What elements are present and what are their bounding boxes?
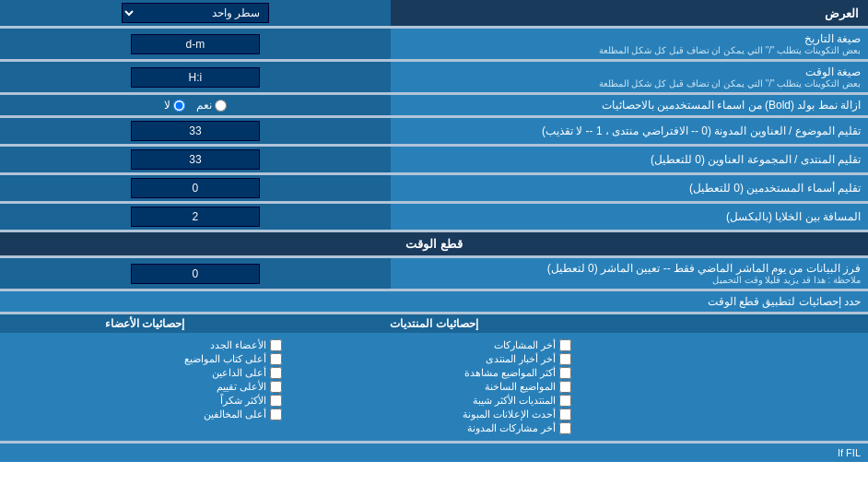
time-section-title: قطع الوقت — [0, 232, 868, 255]
bold-radio-cell: نعم لا — [0, 95, 391, 115]
date-format-input[interactable] — [131, 34, 260, 54]
time-format-input-cell — [0, 62, 391, 92]
apply-stats-row: حدد إحصائيات لتطبيق قطع الوقت — [0, 291, 868, 312]
if-fil-text: If FIL — [0, 444, 868, 462]
display-header-row: العرض سطر واحد — [0, 0, 868, 26]
stats-inner-table: إحصائيات المنتديات إحصائيات الأعضاء أخر … — [0, 314, 868, 441]
member-stat-5-label: الأكثر شكراً — [220, 395, 266, 407]
trim-users-input-cell — [0, 175, 391, 201]
bold-label: ازالة نمط بولد (Bold) من اسماء المستخدمي… — [391, 95, 868, 115]
time-format-label: صيغة الوقت بعض التكوينات يتطلب "/" التي … — [391, 62, 868, 92]
bold-row: ازالة نمط بولد (Bold) من اسماء المستخدمي… — [0, 95, 868, 115]
forum-stat-1-label: أخر المشاركات — [494, 339, 556, 351]
forum-stat-3-check[interactable] — [559, 367, 571, 379]
member-stat-6-check[interactable] — [270, 408, 282, 420]
trim-users-label: تقليم أسماء المستخدمين (0 للتعطيل) — [391, 175, 868, 201]
forum-stat-7-label: أخر مشاركات المدونة — [467, 422, 556, 434]
forum-stat-5-label: المنتديات الأكثر شيبة — [473, 395, 556, 407]
display-title: العرض — [391, 0, 868, 26]
cell-spacing-input-cell — [0, 204, 391, 230]
forum-stat-6-check[interactable] — [559, 408, 571, 420]
single-line-cell: سطر واحد — [0, 0, 391, 26]
trim-forum-label: تقليم المنتدى / المجموعة العناوين (0 للت… — [391, 147, 868, 172]
member-stat-5: الأكثر شكراً — [7, 395, 282, 407]
member-stat-3: أعلى الداعين — [7, 367, 282, 379]
trim-topic-row: تقليم الموضوع / العناوين المدونة (0 -- ا… — [0, 118, 868, 144]
member-stat-2-label: أعلى كتاب المواضيع — [184, 353, 266, 365]
bold-no-label[interactable]: لا — [164, 99, 185, 112]
forum-stat-3: أكثر المواضيع مشاهدة — [297, 367, 571, 379]
forum-stat-2-check[interactable] — [559, 353, 571, 365]
single-line-select[interactable]: سطر واحد — [122, 3, 269, 23]
time-filter-input-cell — [0, 258, 391, 289]
date-format-label: صيغة التاريخ بعض التكوينات يتطلب "/" الت… — [391, 29, 868, 59]
member-stat-4: الأعلى تقييم — [7, 381, 282, 393]
member-stat-3-label: أعلى الداعين — [212, 367, 266, 379]
member-stat-2: أعلى كتاب المواضيع — [7, 353, 282, 365]
trim-forum-row: تقليم المنتدى / المجموعة العناوين (0 للت… — [0, 147, 868, 172]
time-section-header-row: قطع الوقت — [0, 232, 868, 255]
forum-stat-2: أخر أخبار المنتدى — [297, 353, 571, 365]
forum-stats-title: إحصائيات المنتديات — [289, 314, 579, 333]
date-format-input-cell — [0, 29, 391, 59]
member-stat-6: أعلى المخالفين — [7, 408, 282, 420]
member-stat-4-label: الأعلى تقييم — [217, 381, 266, 393]
apply-col-header — [579, 314, 868, 333]
forum-stat-5-check[interactable] — [559, 395, 571, 407]
member-stat-1: الأعضاء الجدد — [7, 339, 282, 351]
forum-stat-2-label: أخر أخبار المنتدى — [486, 353, 556, 365]
forum-stat-4: المواضيع الساخنة — [297, 381, 571, 393]
forum-stats-items: أخر المشاركات أخر أخبار المنتدى أكثر الم… — [289, 333, 579, 441]
bold-no-radio[interactable] — [173, 100, 185, 112]
time-format-row: صيغة الوقت بعض التكوينات يتطلب "/" التي … — [0, 62, 868, 92]
bold-yes-radio[interactable] — [215, 100, 227, 112]
forum-stat-1: أخر المشاركات — [297, 339, 571, 351]
member-stat-4-check[interactable] — [270, 381, 282, 393]
stats-items-row: أخر المشاركات أخر أخبار المنتدى أكثر الم… — [0, 333, 868, 441]
time-filter-label: فرز البيانات من يوم الماشر الماضي فقط --… — [391, 258, 868, 289]
cell-spacing-row: المسافة بين الخلايا (بالبكسل) — [0, 204, 868, 230]
trim-topic-label: تقليم الموضوع / العناوين المدونة (0 -- ا… — [391, 118, 868, 144]
time-filter-input[interactable] — [131, 264, 260, 284]
bold-yes-label[interactable]: نعم — [196, 99, 227, 112]
time-filter-row: فرز البيانات من يوم الماشر الماضي فقط --… — [0, 258, 868, 289]
forum-stat-4-label: المواضيع الساخنة — [485, 381, 556, 393]
trim-topic-input-cell — [0, 118, 391, 144]
forum-stat-3-label: أكثر المواضيع مشاهدة — [464, 367, 556, 379]
stats-header-row: إحصائيات المنتديات إحصائيات الأعضاء — [0, 314, 868, 333]
time-format-input[interactable] — [131, 67, 260, 88]
forum-stat-7: أخر مشاركات المدونة — [297, 422, 571, 434]
stats-checkboxes-row: إحصائيات المنتديات إحصائيات الأعضاء أخر … — [0, 314, 868, 441]
forum-stat-6: أحدث الإعلانات المبونة — [297, 408, 571, 420]
forum-stat-1-check[interactable] — [559, 339, 571, 351]
member-stat-1-check[interactable] — [270, 339, 282, 351]
forum-stat-6-label: أحدث الإعلانات المبونة — [463, 408, 556, 420]
forum-stat-7-check[interactable] — [559, 422, 571, 434]
footer-row: If FIL — [0, 444, 868, 462]
member-stat-2-check[interactable] — [270, 353, 282, 365]
member-stat-5-check[interactable] — [270, 395, 282, 407]
member-stats-title: إحصائيات الأعضاء — [0, 314, 289, 333]
member-stat-1-label: الأعضاء الجدد — [210, 339, 266, 351]
forum-stat-4-check[interactable] — [559, 381, 571, 393]
main-table: العرض سطر واحد صيغة التاريخ بعض التكوينا… — [0, 0, 868, 462]
date-format-row: صيغة التاريخ بعض التكوينات يتطلب "/" الت… — [0, 29, 868, 59]
trim-users-input[interactable] — [131, 178, 260, 198]
trim-topic-input[interactable] — [131, 121, 260, 141]
cell-spacing-label: المسافة بين الخلايا (بالبكسل) — [391, 204, 868, 230]
cell-spacing-input[interactable] — [131, 207, 260, 227]
forum-stat-5: المنتديات الأكثر شيبة — [297, 395, 571, 407]
bold-radio-group: نعم لا — [5, 99, 386, 112]
member-stats-items: الأعضاء الجدد أعلى كتاب المواضيع أعلى ال… — [0, 333, 289, 441]
member-stat-6-label: أعلى المخالفين — [204, 408, 266, 420]
trim-forum-input-cell — [0, 147, 391, 172]
trim-users-row: تقليم أسماء المستخدمين (0 للتعطيل) — [0, 175, 868, 201]
apply-stats-label: حدد إحصائيات لتطبيق قطع الوقت — [0, 291, 868, 312]
apply-col-content — [579, 333, 868, 441]
member-stat-3-check[interactable] — [270, 367, 282, 379]
trim-forum-input[interactable] — [131, 149, 260, 170]
